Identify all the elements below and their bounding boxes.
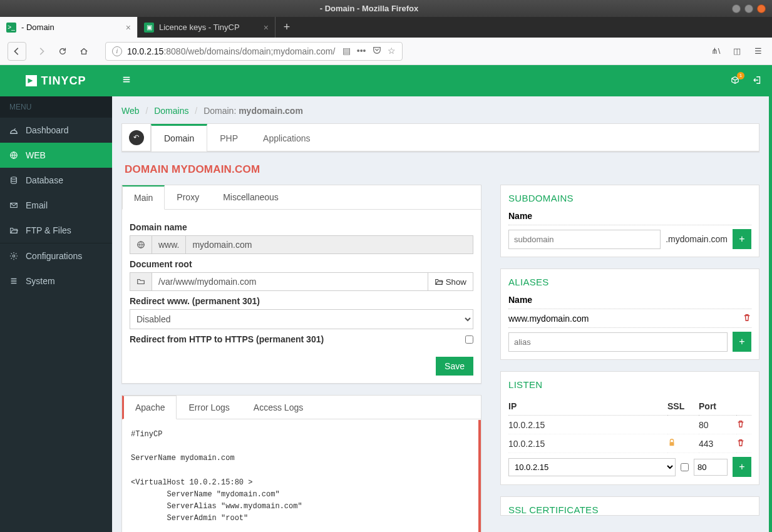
logtab-apache[interactable]: Apache bbox=[122, 396, 177, 419]
folder-addon-icon bbox=[130, 272, 152, 291]
back-circle-button[interactable]: ↶ bbox=[122, 124, 151, 151]
menu-button[interactable]: ☰ bbox=[752, 45, 764, 58]
database-icon bbox=[9, 176, 19, 185]
delete-alias-button[interactable] bbox=[743, 313, 751, 324]
listen-ip-select[interactable]: 10.0.2.15 bbox=[508, 458, 676, 476]
alias-item: www.mydomain.com bbox=[508, 314, 589, 324]
label-domain-name: Domain name bbox=[130, 222, 473, 232]
redirect-www-select[interactable]: Disabled bbox=[130, 309, 473, 329]
info-icon[interactable]: i bbox=[112, 46, 122, 56]
tab-applications[interactable]: Applications bbox=[250, 124, 323, 151]
reader-mode-icon[interactable]: ▤ bbox=[342, 46, 351, 56]
sidebar-item-label: Configurations bbox=[26, 251, 82, 261]
subtab-misc[interactable]: Miscellaneous bbox=[211, 185, 291, 209]
envelope-icon bbox=[9, 201, 19, 210]
listen-port-input[interactable] bbox=[694, 459, 728, 476]
arrow-right-icon bbox=[37, 47, 46, 56]
svg-point-3 bbox=[13, 255, 15, 257]
url-host: 10.0.2.15 bbox=[127, 46, 163, 56]
breadcrumb-web[interactable]: Web bbox=[121, 106, 140, 116]
subtab-main[interactable]: Main bbox=[122, 185, 165, 210]
subdomains-name-header: Name bbox=[508, 211, 532, 221]
sidebar: TINYCP MENU Dashboard WEB Database Email… bbox=[0, 65, 112, 532]
listen-title: LISTEN bbox=[508, 379, 751, 390]
ssl-title: SSL CERTIFICATES bbox=[508, 504, 751, 515]
svg-point-1 bbox=[11, 177, 17, 180]
more-icon[interactable]: ••• bbox=[357, 46, 366, 56]
library-button[interactable]: ⋔\ bbox=[709, 45, 722, 58]
sidebar-item-label: Dashboard bbox=[26, 125, 69, 135]
browser-tab-licence[interactable]: ▣ Licence keys - TinyCP × bbox=[138, 17, 275, 38]
trash-icon bbox=[736, 438, 745, 447]
show-docroot-button[interactable]: Show bbox=[428, 272, 473, 291]
toggle-menu-button[interactable] bbox=[122, 75, 131, 86]
alias-input[interactable] bbox=[508, 332, 728, 352]
apache-config[interactable]: #TinyCP ServerName mydomain.com <Virtual… bbox=[122, 420, 481, 532]
www-prefix: www. bbox=[152, 235, 186, 254]
sidebar-item-email[interactable]: Email bbox=[0, 193, 112, 218]
reload-button[interactable] bbox=[56, 45, 69, 58]
label-redirect-https: Redirect from HTTP to HTTPS (permanent 3… bbox=[130, 334, 324, 344]
close-icon[interactable] bbox=[757, 4, 766, 13]
delete-listen-button[interactable] bbox=[736, 420, 745, 430]
topbar: 1 bbox=[112, 65, 772, 96]
docroot-input[interactable] bbox=[152, 272, 428, 291]
redirect-https-checkbox[interactable] bbox=[465, 335, 473, 344]
folder-open-icon bbox=[9, 226, 19, 235]
listen-ssl-checkbox[interactable] bbox=[681, 463, 689, 471]
dashboard-icon bbox=[9, 126, 19, 135]
bookmark-icon[interactable]: ☆ bbox=[388, 46, 396, 56]
domain-form-panel: Main Proxy Miscellaneous Domain name www… bbox=[121, 185, 481, 384]
logs-panel: Apache Error Logs Access Logs #TinyCP Se… bbox=[121, 395, 481, 532]
sidebar-item-web[interactable]: WEB bbox=[0, 143, 112, 168]
brand-logo[interactable]: TINYCP bbox=[0, 65, 112, 96]
sidebar-item-configurations[interactable]: Configurations bbox=[0, 243, 112, 269]
delete-listen-button[interactable] bbox=[736, 439, 745, 449]
subdomain-input[interactable] bbox=[508, 230, 661, 249]
browser-tab-domain[interactable]: >_ - Domain × bbox=[0, 17, 138, 38]
close-tab-icon[interactable]: × bbox=[126, 23, 131, 33]
sidebar-item-ftp[interactable]: FTP & Files bbox=[0, 218, 112, 243]
sidebar-item-dashboard[interactable]: Dashboard bbox=[0, 118, 112, 143]
globe-icon bbox=[9, 151, 19, 160]
back-button[interactable] bbox=[8, 42, 26, 61]
breadcrumb-current: Domain: mydomain.com bbox=[203, 106, 303, 116]
sidebar-item-database[interactable]: Database bbox=[0, 168, 112, 193]
sign-out-icon bbox=[753, 76, 762, 84]
add-alias-button[interactable]: + bbox=[733, 332, 751, 352]
subdomains-title: SUBDOMAINS bbox=[508, 193, 751, 203]
folder-open-icon bbox=[435, 277, 443, 286]
logout-button[interactable] bbox=[753, 76, 762, 86]
sidebar-button[interactable]: ◫ bbox=[731, 45, 743, 58]
subtab-proxy[interactable]: Proxy bbox=[165, 185, 211, 209]
tab-domain[interactable]: Domain bbox=[151, 124, 207, 151]
trash-icon bbox=[743, 313, 751, 322]
save-button[interactable]: Save bbox=[436, 357, 473, 376]
browser-nav: i 10.0.2.15:8080/web/domains/domain;mydo… bbox=[0, 38, 772, 65]
breadcrumb-domains[interactable]: Domains bbox=[154, 106, 188, 116]
home-button[interactable] bbox=[78, 45, 90, 58]
pocket-icon[interactable] bbox=[373, 46, 381, 56]
logtab-error[interactable]: Error Logs bbox=[177, 396, 241, 419]
logtab-access[interactable]: Access Logs bbox=[242, 396, 315, 419]
lock-icon bbox=[667, 439, 676, 449]
sidebar-item-label: Email bbox=[26, 200, 48, 210]
ssl-box: SSL CERTIFICATES bbox=[500, 496, 759, 516]
browser-tab-label: - Domain bbox=[21, 23, 54, 32]
close-tab-icon[interactable]: × bbox=[264, 23, 269, 33]
updates-button[interactable]: 1 bbox=[731, 76, 739, 86]
tab-php[interactable]: PHP bbox=[207, 124, 250, 151]
maximize-icon[interactable] bbox=[744, 4, 753, 13]
brand-text: TINYCP bbox=[41, 74, 86, 88]
feature-tabs-panel: ↶ Domain PHP Applications bbox=[121, 123, 759, 152]
forward-button[interactable] bbox=[35, 45, 48, 58]
url-bar[interactable]: i 10.0.2.15:8080/web/domains/domain;mydo… bbox=[105, 42, 403, 61]
content[interactable]: Web / Domains / Domain: mydomain.com ↶ D… bbox=[112, 96, 772, 532]
add-subdomain-button[interactable]: + bbox=[733, 229, 751, 249]
new-tab-button[interactable]: + bbox=[275, 21, 298, 34]
sidebar-header: MENU bbox=[0, 96, 112, 118]
sidebar-item-system[interactable]: System bbox=[0, 269, 112, 294]
reload-icon bbox=[58, 47, 67, 56]
minimize-icon[interactable] bbox=[732, 4, 741, 13]
add-listen-button[interactable]: + bbox=[733, 457, 751, 477]
